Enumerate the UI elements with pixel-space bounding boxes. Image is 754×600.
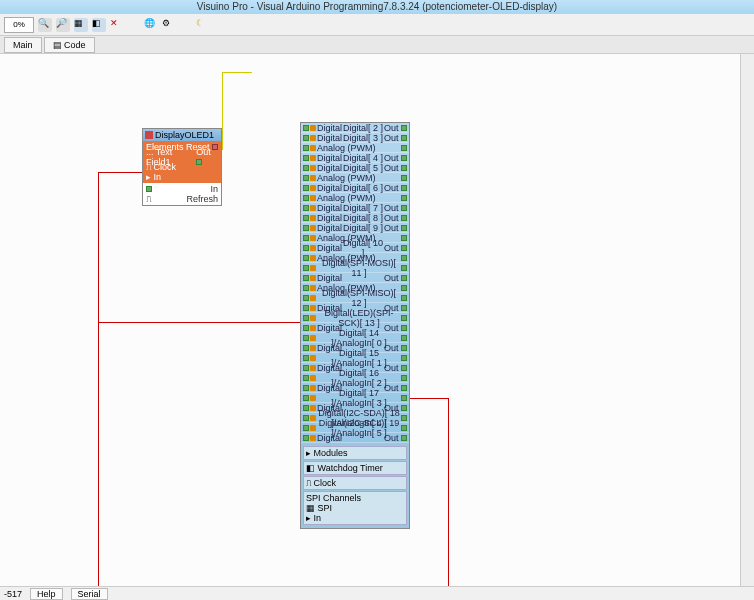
arduino-pin-row[interactable]: DigitalDigital[ 2 ]Out	[301, 123, 409, 133]
port-out-18[interactable]	[401, 305, 407, 311]
port-in-24[interactable]	[303, 365, 309, 371]
arduino-pin-row[interactable]: Analog (PWM)	[301, 143, 409, 153]
port-in-27[interactable]	[303, 395, 309, 401]
port-out-10[interactable]	[401, 225, 407, 231]
port-in-1[interactable]	[303, 135, 309, 141]
arduino-pin-row[interactable]: DigitalDigital[ 4 ]Out	[301, 153, 409, 163]
port-in-13[interactable]	[303, 255, 309, 261]
port-out-4[interactable]	[401, 165, 407, 171]
port-out-17[interactable]	[401, 295, 407, 301]
grp-spi[interactable]: ▦ SPI	[306, 503, 404, 513]
port-in-20[interactable]	[303, 325, 309, 331]
tool2-icon[interactable]: ◧	[92, 18, 106, 32]
zoom-out-icon[interactable]: 🔎	[56, 18, 70, 32]
arduino-pin-row[interactable]: Digital[ 17 ]/AnalogIn[ 3 ]	[301, 393, 409, 403]
port-in-6[interactable]	[303, 185, 309, 191]
port-out-31[interactable]	[401, 435, 407, 441]
oled-header[interactable]: DisplayOLED1	[143, 129, 221, 141]
zoom-select[interactable]: 0%	[4, 17, 34, 33]
arduino-pin-row[interactable]: Digital[ 15 ]/AnalogIn[ 1 ]	[301, 353, 409, 363]
port-in-30[interactable]	[303, 425, 309, 431]
port-out-12[interactable]	[401, 245, 407, 251]
port-in-18[interactable]	[303, 305, 309, 311]
arduino-pin-row[interactable]: Digital(LED)(SPI-SCK)[ 13 ]	[301, 313, 409, 323]
port-in-9[interactable]	[303, 215, 309, 221]
port-out-6[interactable]	[401, 185, 407, 191]
port-out-14[interactable]	[401, 265, 407, 271]
port-in-17[interactable]	[303, 295, 309, 301]
port-out-15[interactable]	[401, 275, 407, 281]
arduino-pin-row[interactable]: DigitalDigital[ 3 ]Out	[301, 133, 409, 143]
port-in-28[interactable]	[303, 405, 309, 411]
port-in-21[interactable]	[303, 335, 309, 341]
port-in-25[interactable]	[303, 375, 309, 381]
port-out-5[interactable]	[401, 175, 407, 181]
arduino-pin-row[interactable]: DigitalDigital[ 6 ]Out	[301, 183, 409, 193]
port-in-12[interactable]	[303, 245, 309, 251]
port-in-5[interactable]	[303, 175, 309, 181]
port-in-2[interactable]	[303, 145, 309, 151]
arduino-pin-row[interactable]: DigitalDigital[ 8 ]Out	[301, 213, 409, 223]
tab-main[interactable]: Main	[4, 37, 42, 53]
port-out-11[interactable]	[401, 235, 407, 241]
grp-watchdog[interactable]: ◧ Watchdog Timer	[303, 461, 407, 475]
zoom-in-icon[interactable]: 🔍	[38, 18, 52, 32]
port-in-14[interactable]	[303, 265, 309, 271]
port-out-23[interactable]	[401, 355, 407, 361]
globe-icon[interactable]: 🌐	[144, 18, 158, 32]
port-out-27[interactable]	[401, 395, 407, 401]
arduino-pin-row[interactable]: Digital(I2C-SCL)[ 19 ]/AnalogIn[ 5 ]	[301, 423, 409, 433]
grp-clock[interactable]: ⎍ Clock	[303, 476, 407, 490]
port-out-20[interactable]	[401, 325, 407, 331]
grp-modules[interactable]: ▸ Modules	[303, 446, 407, 460]
port-in-22[interactable]	[303, 345, 309, 351]
grp-i2c[interactable]: ▸ In	[306, 513, 404, 523]
arduino-pin-row[interactable]: Analog (PWM)	[301, 193, 409, 203]
canvas[interactable]: DisplayOLED1 ElementsReset ... Text Fiel…	[0, 54, 740, 586]
port-out-2[interactable]	[401, 145, 407, 151]
tool-icon[interactable]: ▦	[74, 18, 88, 32]
tab-code[interactable]: ▤ Code	[44, 37, 95, 53]
node-display-oled[interactable]: DisplayOLED1 ElementsReset ... Text Fiel…	[142, 128, 222, 206]
port-in-15[interactable]	[303, 275, 309, 281]
port-out-19[interactable]	[401, 315, 407, 321]
port-in-4[interactable]	[303, 165, 309, 171]
port-out[interactable]	[196, 159, 202, 165]
port-in-7[interactable]	[303, 195, 309, 201]
status-tab-serial[interactable]: Serial	[71, 588, 108, 600]
port-in-31[interactable]	[303, 435, 309, 441]
port-out-24[interactable]	[401, 365, 407, 371]
port-in-19[interactable]	[303, 315, 309, 321]
port-out-16[interactable]	[401, 285, 407, 291]
node-arduino[interactable]: DigitalDigital[ 2 ]Out DigitalDigital[ 3…	[300, 122, 410, 529]
port-out-1[interactable]	[401, 135, 407, 141]
port-in-3[interactable]	[303, 155, 309, 161]
delete-icon[interactable]: ✕	[110, 18, 124, 32]
port-in-26[interactable]	[303, 385, 309, 391]
port-in-10[interactable]	[303, 225, 309, 231]
arduino-pin-row[interactable]: DigitalDigital[ 5 ]Out	[301, 163, 409, 173]
port-out-9[interactable]	[401, 215, 407, 221]
port-out-25[interactable]	[401, 375, 407, 381]
port-in-16[interactable]	[303, 285, 309, 291]
arduino-pin-row[interactable]: Digital(SPI-MISO)[ 12 ]	[301, 293, 409, 303]
arduino-pin-row[interactable]: Digital[ 16 ]/AnalogIn[ 2 ]	[301, 373, 409, 383]
moon-icon[interactable]: ☾	[196, 18, 210, 32]
port-out-28[interactable]	[401, 405, 407, 411]
port-in-8[interactable]	[303, 205, 309, 211]
port-out-22[interactable]	[401, 345, 407, 351]
port-out-21[interactable]	[401, 335, 407, 341]
port-in-23[interactable]	[303, 355, 309, 361]
port-out-26[interactable]	[401, 385, 407, 391]
gear-icon[interactable]: ⚙	[162, 18, 176, 32]
port-in-29[interactable]	[303, 415, 309, 421]
port-out-13[interactable]	[401, 255, 407, 261]
port-out-30[interactable]	[401, 425, 407, 431]
port-in[interactable]	[146, 186, 152, 192]
port-in-0[interactable]	[303, 125, 309, 131]
arduino-pin-row[interactable]: Analog (PWM)	[301, 173, 409, 183]
scrollbar-vertical[interactable]	[740, 54, 754, 586]
arduino-pin-row[interactable]: DigitalDigital[ 7 ]Out	[301, 203, 409, 213]
port-out-7[interactable]	[401, 195, 407, 201]
arduino-pin-row[interactable]: DigitalDigital[ 9 ]Out	[301, 223, 409, 233]
